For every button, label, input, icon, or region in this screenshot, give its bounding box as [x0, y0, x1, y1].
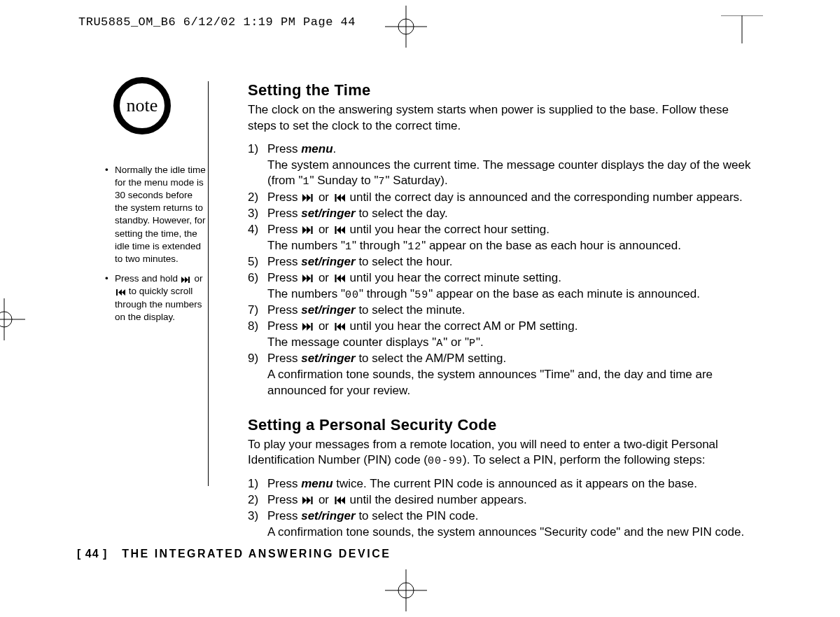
segment-value: 00 — [345, 289, 359, 301]
step-item: 1)Press menu twice. The current PIN code… — [248, 476, 752, 492]
crop-mark-bottom — [385, 569, 427, 611]
command-label: set/ringer — [301, 255, 355, 268]
crop-mark-right — [721, 15, 763, 43]
page-number: [ 44 ] — [77, 548, 107, 560]
fast-forward-icon — [301, 193, 315, 202]
footer-title: THE INTEGRATED ANSWERING DEVICE — [122, 548, 391, 560]
command-label: set/ringer — [301, 303, 355, 317]
command-label: menu — [301, 477, 332, 490]
step-number: 1) — [248, 476, 258, 492]
section-heading-time: Setting the Time — [248, 80, 752, 101]
segment-value: 12 — [407, 241, 421, 253]
steps-list-time: 1)Press menu.The system announces the cu… — [248, 141, 752, 399]
segment-value: 59 — [414, 289, 428, 301]
segment-value: 1 — [345, 241, 352, 253]
step-item: 8)Press or until you hear the correct AM… — [248, 319, 752, 351]
step-item: 3)Press set/ringer to select the day. — [248, 206, 752, 222]
page-footer: [ 44 ] THE INTEGRATED ANSWERING DEVICE — [77, 548, 391, 560]
crop-mark-left — [0, 298, 25, 340]
step-number: 3) — [248, 206, 258, 222]
fast-forward-icon — [301, 322, 315, 331]
step-item: 4)Press or until you hear the correct ho… — [248, 222, 752, 254]
step-item: 3)Press set/ringer to select the PIN cod… — [248, 508, 752, 541]
step-item: 1)Press menu.The system announces the cu… — [248, 141, 752, 190]
rewind-icon — [332, 496, 346, 505]
note-icon: note — [113, 77, 176, 140]
step-item: 6)Press or until you hear the correct mi… — [248, 270, 752, 303]
step-item: 9)Press set/ringer to select the AM/PM s… — [248, 351, 752, 399]
rewind-icon — [332, 322, 346, 331]
step-number: 6) — [248, 270, 258, 286]
step-number: 9) — [248, 351, 258, 367]
step-item: 5)Press set/ringer to select the hour. — [248, 254, 752, 270]
step-item: 7)Press set/ringer to select the minute. — [248, 303, 752, 319]
steps-list-pin: 1)Press menu twice. The current PIN code… — [248, 476, 752, 541]
side-note-1: Normally the idle time for the menu mode… — [105, 164, 206, 266]
command-label: set/ringer — [301, 352, 355, 365]
step-number: 4) — [248, 222, 258, 238]
section-heading-pin: Setting a Personal Security Code — [248, 415, 752, 436]
step-number: 5) — [248, 254, 258, 270]
section-intro-pin: To play your messages from a remote loca… — [248, 437, 752, 469]
fast-forward-icon — [301, 274, 315, 283]
print-job-header: TRU5885_OM_B6 6/12/02 1:19 PM Page 44 — [78, 15, 356, 29]
segment-value: A — [436, 338, 443, 349]
fast-forward-icon — [301, 226, 315, 235]
main-column: Setting the Time The clock on the answer… — [248, 80, 752, 540]
step-number: 2) — [248, 190, 258, 206]
step-number: 1) — [248, 141, 258, 158]
fast-forward-icon — [181, 276, 192, 284]
step-number: 7) — [248, 303, 258, 319]
segment-value: 1 — [302, 176, 309, 188]
step-number: 2) — [248, 492, 258, 508]
note-icon-label: note — [127, 95, 158, 116]
rewind-icon — [115, 289, 126, 296]
segment-value: P — [469, 338, 476, 349]
fast-forward-icon — [301, 496, 315, 505]
crop-mark-top — [385, 6, 427, 48]
step-item: 2)Press or until the desired number appe… — [248, 492, 752, 508]
segment-value: 7 — [379, 176, 386, 188]
section-intro-time: The clock on the answering system starts… — [248, 102, 752, 134]
side-note-2: Press and hold or to quickly scroll thro… — [105, 272, 206, 324]
vertical-divider — [208, 81, 209, 486]
step-number: 8) — [248, 319, 258, 335]
step-number: 3) — [248, 508, 258, 525]
side-notes: Normally the idle time for the menu mode… — [77, 164, 206, 331]
command-label: set/ringer — [301, 509, 355, 522]
rewind-icon — [332, 274, 346, 283]
rewind-icon — [332, 226, 346, 235]
command-label: menu — [301, 142, 332, 155]
page-content: note Normally the idle time for the menu… — [77, 77, 763, 560]
step-item: 2)Press or until the correct day is anno… — [248, 190, 752, 206]
rewind-icon — [332, 193, 346, 202]
command-label: set/ringer — [301, 207, 355, 220]
